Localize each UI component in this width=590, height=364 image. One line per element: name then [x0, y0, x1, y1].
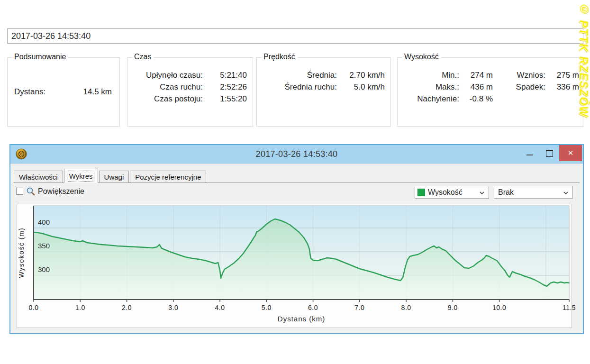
speed-row: Średnia:2.70 km/h [261, 69, 385, 81]
svg-text:400: 400 [38, 218, 50, 226]
time-value: 1:55:20 [207, 93, 247, 105]
elevation-label: Wznios: [493, 69, 545, 81]
speed-value: 5.0 km/h [341, 81, 385, 93]
window-titlebar: 2017-03-26 14:53:40 ✕ [10, 145, 583, 164]
svg-text:5.0: 5.0 [262, 304, 272, 311]
elevation-label: Nachylenie: [400, 93, 459, 105]
time-row: Upłynęło czasu:5:21:40 [131, 69, 247, 81]
speed-label: Średnia ruchu: [261, 81, 337, 93]
close-button[interactable]: ✕ [559, 145, 582, 161]
groupbox-speed: Prędkość Średnia:2.70 km/hŚrednia ruchu:… [256, 57, 391, 127]
track-window: 2017-03-26 14:53:40 ✕ WłaściwościWykresU… [9, 144, 584, 334]
summary-distance-row: Dystans: 14.5 km [14, 87, 112, 97]
svg-text:Wysokość (m): Wysokość (m) [18, 228, 25, 278]
svg-text:9.0: 9.0 [448, 304, 458, 311]
tab-pozycje-referencyjne[interactable]: Pozycje referencyjne [130, 171, 206, 182]
distance-label: Dystans: [14, 87, 45, 97]
chevron-down-icon [563, 191, 568, 194]
app-medal-icon[interactable] [16, 148, 27, 160]
series-select[interactable]: Wysokość [415, 186, 489, 199]
svg-text:Dystans (km): Dystans (km) [278, 315, 325, 323]
svg-text:8.0: 8.0 [401, 304, 411, 311]
elevation-value: 275 m [550, 69, 579, 81]
tab-label: Wykres [69, 172, 93, 180]
elevation-chart: 4003503000.01.02.03.04.05.06.07.08.09.01… [17, 204, 572, 328]
tab-label: Uwagi [104, 173, 124, 181]
elevation-columns: Min.:274 mMaks.:436 mNachylenie:-0.8 % W… [400, 69, 579, 105]
time-value: 5:21:40 [207, 69, 247, 81]
series-select-value: Wysokość [428, 188, 478, 197]
speed-value: 2.70 km/h [341, 69, 385, 81]
elevation-value: 274 m [463, 69, 493, 81]
elevation-row: Spadek:336 m [493, 81, 579, 93]
svg-text:11.5: 11.5 [563, 304, 576, 311]
elevation-value: 436 m [463, 81, 493, 93]
svg-text:300: 300 [38, 265, 50, 273]
elevation-label: Spadek: [493, 81, 545, 93]
elevation-row: Wznios:275 m [493, 69, 579, 81]
chevron-down-icon [480, 191, 484, 194]
track-title-field[interactable] [7, 28, 583, 44]
groupbox-summary: Podsumowanie Dystans: 14.5 km [7, 57, 120, 127]
watermark-text: © PTTK RZESZÓW [577, 3, 590, 141]
time-row: Czas postoju:1:55:20 [131, 93, 247, 105]
svg-text:1.0: 1.0 [75, 304, 85, 311]
time-row: Czas ruchu:2:52:26 [131, 81, 247, 93]
zoom-toggle-group: Powiększenie [16, 187, 84, 196]
groupbox-elevation-title: Wysokość [402, 53, 441, 61]
speed-row: Średnia ruchu:5.0 km/h [261, 81, 385, 93]
distance-value: 14.5 km [83, 87, 112, 97]
time-label: Czas ruchu: [131, 81, 203, 93]
tab-wykres[interactable]: Wykres [64, 169, 98, 183]
groupbox-summary-title: Podsumowanie [12, 53, 68, 61]
tab-właściwości[interactable]: Właściwości [14, 171, 63, 182]
speed-label: Średnia: [261, 69, 337, 81]
time-rows: Upłynęło czasu:5:21:40Czas ruchu:2:52:26… [131, 69, 247, 105]
maximize-icon [546, 150, 553, 157]
elevation-value: 336 m [550, 81, 579, 93]
svg-text:0.0: 0.0 [29, 304, 39, 311]
svg-text:6.0: 6.0 [308, 304, 318, 311]
minimize-icon [526, 155, 533, 155]
elevation-col1: Min.:274 mMaks.:436 mNachylenie:-0.8 % [400, 69, 493, 105]
secondary-select-value: Brak [498, 188, 562, 197]
window-title: 2017-03-26 14:53:40 [10, 149, 583, 159]
svg-text:4.0: 4.0 [215, 304, 225, 311]
groupbox-time-title: Czas [132, 53, 154, 61]
elevation-row: Maks.:436 m [400, 81, 493, 93]
maximize-button[interactable] [539, 145, 559, 161]
speed-rows: Średnia:2.70 km/hŚrednia ruchu:5.0 km/h [261, 69, 385, 93]
groupbox-speed-title: Prędkość [261, 53, 298, 61]
elevation-label: Maks.: [400, 81, 459, 93]
elevation-chart-panel: 4003503000.01.02.03.04.05.06.07.08.09.01… [17, 204, 572, 328]
zoom-checkbox[interactable] [16, 188, 23, 195]
groupbox-elevation: Wysokość Min.:274 mMaks.:436 mNachylenie… [397, 57, 583, 127]
tab-label: Pozycje referencyjne [135, 173, 201, 181]
zoom-checkbox-label: Powiększenie [38, 187, 84, 196]
elevation-row: Min.:274 m [400, 69, 493, 81]
minimize-button[interactable] [519, 145, 539, 161]
series-color-swatch [418, 189, 425, 196]
svg-text:3.0: 3.0 [168, 304, 178, 311]
svg-text:10.0: 10.0 [492, 304, 506, 311]
tab-uwagi[interactable]: Uwagi [99, 171, 129, 182]
elevation-value: -0.8 % [463, 93, 493, 105]
time-label: Czas postoju: [131, 93, 203, 105]
svg-text:2.0: 2.0 [122, 304, 132, 311]
elevation-col2: Wznios:275 mSpadek:336 m [493, 69, 579, 105]
time-value: 2:52:26 [207, 81, 247, 93]
groupbox-time: Czas Upłynęło czasu:5:21:40Czas ruchu:2:… [127, 57, 253, 127]
svg-text:7.0: 7.0 [354, 304, 364, 311]
magnifier-icon [26, 187, 35, 196]
elevation-row: Nachylenie:-0.8 % [400, 93, 493, 105]
secondary-select[interactable]: Brak [494, 186, 573, 199]
time-label: Upłynęło czasu: [131, 69, 203, 81]
svg-text:350: 350 [38, 242, 50, 250]
elevation-label: Min.: [400, 69, 459, 81]
window-controls: ✕ [519, 145, 582, 161]
tabstrip: WłaściwościWykresUwagiPozycje referencyj… [14, 168, 580, 183]
tab-label: Właściwości [19, 173, 58, 181]
